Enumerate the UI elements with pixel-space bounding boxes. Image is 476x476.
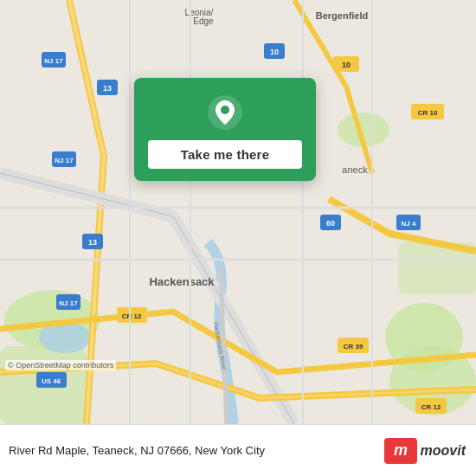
location-pin-icon <box>206 93 244 132</box>
svg-text:CR 39: CR 39 <box>344 343 363 351</box>
address-text: River Rd Maple, Teaneck, NJ 07666, New Y… <box>9 444 384 457</box>
moovit-logo: m moovit <box>384 438 466 464</box>
svg-text:NJ 17: NJ 17 <box>55 157 74 164</box>
svg-text:Hackensack: Hackensack <box>149 275 215 288</box>
svg-text:CR 12: CR 12 <box>122 312 142 320</box>
svg-text:10: 10 <box>342 61 351 69</box>
svg-text:NJ 17: NJ 17 <box>59 299 78 307</box>
svg-text:60: 60 <box>326 219 335 228</box>
location-card: Take me there <box>134 78 316 181</box>
svg-text:Bergenfield: Bergenfield <box>316 10 369 21</box>
svg-text:NJ 17: NJ 17 <box>44 57 63 65</box>
take-me-there-button[interactable]: Take me there <box>148 140 302 169</box>
svg-text:CR 12: CR 12 <box>421 403 441 411</box>
svg-text:13: 13 <box>88 238 97 247</box>
svg-text:13: 13 <box>103 84 112 93</box>
map-container[interactable]: 10 NJ 17 NJ 17 NJ 17 13 13 10 CR 10 NJ 4… <box>0 0 476 424</box>
bottom-bar: River Rd Maple, Teaneck, NJ 07666, New Y… <box>0 424 476 476</box>
svg-text:10: 10 <box>270 48 279 56</box>
svg-point-49 <box>221 106 229 114</box>
svg-text:US 46: US 46 <box>42 377 61 385</box>
moovit-m-icon: m <box>384 438 417 464</box>
svg-text:Edge: Edge <box>193 16 214 26</box>
moovit-label: moovit <box>421 443 466 459</box>
svg-text:aneck: aneck <box>342 164 368 175</box>
svg-text:CR 10: CR 10 <box>418 109 438 117</box>
svg-text:NJ 4: NJ 4 <box>402 220 416 228</box>
osm-credit: © OpenStreetMap contributors <box>5 360 116 370</box>
